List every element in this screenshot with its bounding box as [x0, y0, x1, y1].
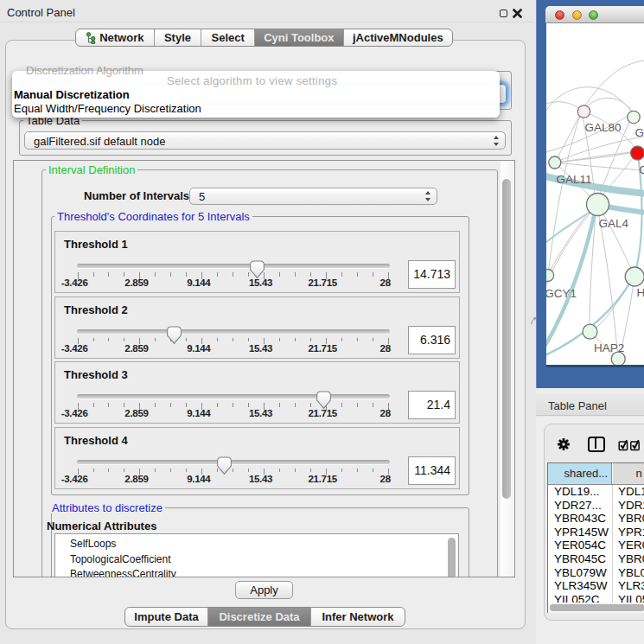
svg-text:GA: GA: [634, 126, 644, 139]
svg-text:GCY1: GCY1: [546, 287, 577, 300]
svg-text:GAL80: GAL80: [584, 121, 621, 134]
svg-text:GAL4: GAL4: [598, 217, 628, 230]
svg-text:GAL11: GAL11: [556, 173, 591, 186]
svg-text:HAP2: HAP2: [594, 341, 624, 354]
svg-text:C: C: [639, 163, 644, 176]
svg-text:H: H: [636, 286, 644, 299]
